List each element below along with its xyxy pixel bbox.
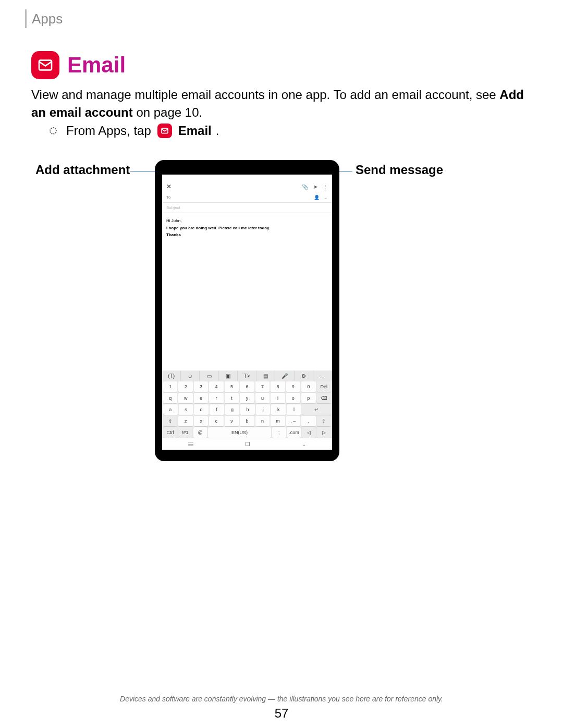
nav-back-icon[interactable]: ⌄ (302, 441, 306, 447)
attach-icon[interactable]: 📎 (302, 184, 308, 190)
key-k[interactable]: k (271, 404, 286, 415)
key-z[interactable]: z (178, 416, 192, 426)
key-shift-l[interactable]: ⇧ (163, 416, 177, 426)
to-field[interactable]: To 👤 ⌄ (162, 192, 332, 203)
kbd-tool-3[interactable]: ▣ (219, 371, 238, 381)
key-9[interactable]: 9 (286, 381, 300, 392)
key-p[interactable]: p (301, 393, 315, 403)
key-o[interactable]: o (286, 393, 300, 403)
key-n[interactable]: n (255, 416, 270, 426)
key-i[interactable]: i (271, 393, 285, 403)
key-x[interactable]: x (194, 416, 208, 426)
body-line: I hope you are doing well. Please call m… (166, 225, 328, 232)
key-del[interactable]: Del (317, 381, 331, 392)
contact-icon[interactable]: 👤 (314, 195, 320, 200)
close-icon[interactable]: ✕ (166, 183, 172, 190)
kbd-row-2: q w e r t y u i o p ⌫ (162, 392, 332, 404)
nav-recents-icon[interactable] (188, 442, 193, 446)
key-2[interactable]: 2 (178, 381, 192, 392)
key-enter[interactable]: ↵ (302, 404, 331, 415)
email-app-icon (31, 51, 59, 79)
key-r[interactable]: r (209, 393, 223, 403)
send-icon[interactable]: ➤ (313, 184, 317, 190)
key-w[interactable]: w (178, 393, 192, 403)
key-comma[interactable]: , – (286, 416, 300, 426)
subject-placeholder: Subject (166, 205, 180, 210)
key-6[interactable]: 6 (240, 381, 254, 392)
key-8[interactable]: 8 (271, 381, 285, 392)
step-bullet-icon (50, 127, 57, 134)
key-h[interactable]: h (240, 404, 255, 415)
key-space[interactable]: EN(US) (208, 427, 271, 438)
keyboard: (T) ☺ ▭ ▣ T> ▤ 🎤 ⚙ ⋯ 1 2 3 4 5 6 7 8 9 0 (162, 371, 332, 438)
body-signoff: Thanks (166, 231, 328, 239)
key-period[interactable]: . (301, 416, 315, 426)
key-1[interactable]: 1 (163, 381, 177, 392)
kbd-row-4: ⇧ z x c v b n m , – . ⇧ (162, 415, 332, 427)
key-d[interactable]: d (194, 404, 209, 415)
callout-add-attachment: Add attachment (35, 163, 130, 177)
nav-bar: ⌄ (162, 438, 332, 450)
page-number: 57 (0, 706, 563, 721)
key-y[interactable]: y (240, 393, 254, 403)
key-g[interactable]: g (225, 404, 240, 415)
body-greeting: Hi John, (166, 217, 328, 225)
key-dotcom[interactable]: .com (287, 427, 301, 438)
step-app-name: Email (178, 124, 212, 138)
step-prefix: From Apps, tap (66, 124, 151, 138)
intro-text: View and manage multiple email accounts … (31, 86, 532, 121)
key-t[interactable]: t (225, 393, 239, 403)
keyboard-toolbar: (T) ☺ ▭ ▣ T> ▤ 🎤 ⚙ ⋯ (162, 371, 332, 381)
kbd-tool-1[interactable]: ☺ (181, 371, 200, 381)
kbd-tool-6[interactable]: 🎤 (275, 371, 294, 381)
key-a[interactable]: a (163, 404, 178, 415)
key-m[interactable]: m (271, 416, 285, 426)
email-app-icon-small (157, 124, 172, 138)
key-e[interactable]: e (194, 393, 208, 403)
key-sym[interactable]: !#1 (178, 427, 192, 438)
key-0[interactable]: 0 (301, 381, 315, 392)
key-4[interactable]: 4 (209, 381, 223, 392)
breadcrumb-bar (25, 9, 27, 28)
key-shift-r[interactable]: ⇧ (317, 416, 331, 426)
subject-field[interactable]: Subject (162, 203, 332, 213)
kbd-tool-2[interactable]: ▭ (200, 371, 218, 381)
disclaimer: Devices and software are constantly evol… (0, 695, 563, 703)
key-at[interactable]: @ (193, 427, 207, 438)
key-5[interactable]: 5 (225, 381, 239, 392)
key-backspace[interactable]: ⌫ (317, 393, 331, 403)
key-s[interactable]: s (179, 404, 193, 415)
compose-toolbar: ✕ 📎 ➤ ⋮ (162, 181, 332, 192)
key-c[interactable]: c (209, 416, 223, 426)
message-body[interactable]: Hi John, I hope you are doing well. Plea… (162, 213, 332, 371)
kbd-tool-0[interactable]: (T) (162, 371, 181, 381)
key-left[interactable]: ◁ (302, 427, 316, 438)
intro-part2: on page 10. (133, 105, 202, 119)
key-l[interactable]: l (287, 404, 301, 415)
step-instruction: From Apps, tap Email. (50, 124, 219, 138)
kbd-tool-4[interactable]: T> (238, 371, 256, 381)
device-frame: ✕ 📎 ➤ ⋮ To 👤 ⌄ Subject Hi John, I hope y… (155, 160, 339, 461)
breadcrumb: Apps (25, 9, 63, 28)
intro-part1: View and manage multiple email accounts … (31, 88, 499, 102)
kbd-row-3: a s d f g h j k l ↵ (162, 404, 332, 415)
key-q[interactable]: q (163, 393, 177, 403)
key-f[interactable]: f (210, 404, 224, 415)
kbd-tool-7[interactable]: ⚙ (295, 371, 313, 381)
kbd-tool-5[interactable]: ▤ (256, 371, 275, 381)
key-right[interactable]: ▷ (317, 427, 331, 438)
key-b[interactable]: b (240, 416, 254, 426)
key-v[interactable]: v (225, 416, 239, 426)
kbd-row-5: Ctrl !#1 @ EN(US) ; .com ◁ ▷ (162, 427, 332, 438)
key-j[interactable]: j (256, 404, 271, 415)
nav-home-icon[interactable] (246, 442, 250, 446)
key-ctrl[interactable]: Ctrl (163, 427, 177, 438)
key-u[interactable]: u (255, 393, 270, 403)
kbd-tool-8[interactable]: ⋯ (313, 371, 332, 381)
key-semicolon[interactable]: ; (272, 427, 286, 438)
more-icon[interactable]: ⋮ (323, 184, 328, 190)
key-3[interactable]: 3 (194, 381, 208, 392)
key-7[interactable]: 7 (255, 381, 270, 392)
expand-icon[interactable]: ⌄ (324, 195, 328, 200)
callout-send-message: Send message (356, 163, 443, 177)
